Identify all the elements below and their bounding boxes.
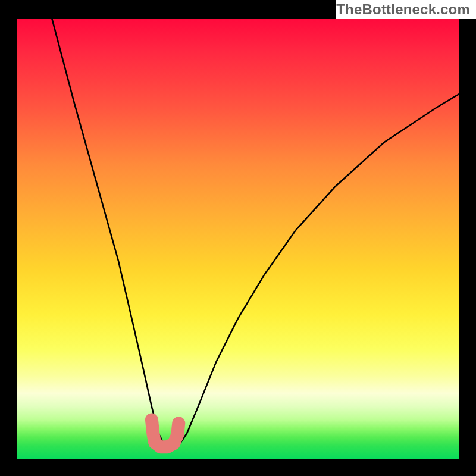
chart-frame: TheBottleneck.com xyxy=(0,0,476,476)
plot-area xyxy=(17,19,459,459)
watermark-text: TheBottleneck.com xyxy=(336,0,476,19)
curve-layer xyxy=(17,19,459,459)
min-marker xyxy=(152,419,178,447)
bottleneck-curve xyxy=(52,19,460,449)
